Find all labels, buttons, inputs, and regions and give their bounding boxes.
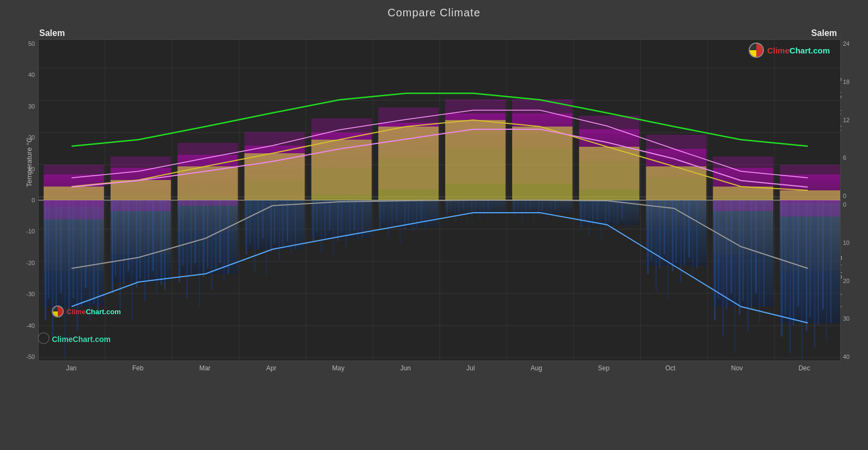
svg-rect-77 [278, 200, 280, 260]
svg-rect-131 [546, 200, 548, 219]
svg-rect-125 [521, 200, 523, 222]
svg-rect-225 [378, 127, 439, 200]
svg-rect-111 [450, 200, 451, 211]
logo-text-top: ClimeChart.com [767, 46, 830, 55]
svg-rect-144 [613, 200, 615, 230]
x-label-apr: Apr [266, 364, 277, 372]
x-label-jul: Jul [466, 364, 475, 372]
svg-rect-103 [404, 200, 406, 230]
svg-rect-220 [44, 187, 104, 200]
svg-rect-112 [454, 200, 456, 222]
svg-rect-117 [475, 200, 476, 212]
logo-icon-top [749, 43, 764, 58]
svg-rect-231 [780, 190, 840, 200]
y-axis-left-label: Temperature °C [25, 137, 33, 187]
svg-rect-114 [463, 200, 464, 210]
x-label-dec: Dec [798, 364, 810, 372]
svg-rect-132 [550, 200, 551, 214]
x-label-nov: Nov [731, 364, 743, 372]
svg-rect-91 [345, 200, 347, 247]
svg-rect-130 [542, 200, 543, 212]
svg-rect-89 [337, 200, 339, 241]
svg-rect-104 [408, 200, 409, 225]
svg-rect-136 [580, 200, 582, 227]
svg-rect-141 [600, 200, 602, 241]
svg-rect-193 [646, 200, 707, 227]
svg-rect-97 [379, 200, 381, 230]
svg-rect-87 [329, 200, 331, 230]
salem-label-left: Salem [39, 28, 65, 38]
svg-rect-139 [592, 200, 593, 225]
x-label-jan: Jan [66, 364, 76, 372]
svg-rect-86 [325, 200, 326, 238]
svg-rect-99 [387, 200, 389, 238]
main-container: Compare Climate Salem Salem ClimeChart.c… [0, 0, 868, 450]
svg-rect-101 [396, 200, 397, 222]
svg-rect-70 [250, 200, 251, 244]
y-axis-right-top: 24 18 12 6 0 [841, 39, 868, 200]
svg-rect-73 [262, 200, 264, 238]
svg-rect-79 [287, 200, 288, 241]
svg-rect-227 [512, 127, 573, 200]
y-axis-right-bottom: 0 10 20 30 40 [841, 200, 868, 361]
svg-rect-94 [357, 200, 359, 241]
svg-rect-81 [295, 200, 296, 249]
svg-rect-126 [525, 200, 526, 214]
x-label-oct: Oct [665, 364, 676, 372]
svg-rect-145 [617, 200, 618, 225]
svg-rect-221 [111, 180, 171, 200]
svg-rect-133 [554, 200, 556, 210]
svg-rect-142 [605, 200, 606, 227]
svg-rect-74 [266, 200, 267, 277]
svg-rect-110 [446, 200, 448, 215]
svg-rect-75 [270, 200, 272, 252]
svg-rect-83 [312, 200, 314, 241]
svg-rect-102 [400, 200, 401, 244]
svg-rect-84 [316, 200, 317, 233]
svg-rect-92 [349, 200, 350, 236]
x-label-jun: Jun [400, 364, 410, 372]
svg-rect-124 [517, 200, 518, 211]
x-axis: Jan Feb Mar Apr May Jun Jul Aug Sep Oct … [38, 364, 838, 372]
svg-rect-230 [713, 187, 773, 200]
svg-rect-90 [341, 200, 342, 233]
svg-rect-80 [290, 200, 292, 255]
logo-text-bottom-left: ClimeChart.com [66, 308, 121, 316]
svg-rect-140 [597, 200, 598, 219]
svg-rect-134 [558, 200, 559, 217]
svg-rect-138 [588, 200, 590, 236]
x-label-aug: Aug [531, 364, 542, 372]
svg-rect-113 [458, 200, 459, 214]
y-axis-left: 50 40 30 20 10 0 -10 -20 -30 -40 -50 [0, 39, 37, 361]
x-label-may: May [332, 364, 345, 372]
svg-rect-72 [258, 200, 259, 249]
svg-rect-108 [424, 200, 426, 230]
x-label-sep: Sep [598, 364, 609, 372]
logo-top: ClimeChart.com [749, 43, 830, 58]
svg-rect-223 [245, 153, 305, 200]
salem-label-right: Salem [811, 28, 837, 38]
svg-rect-121 [491, 200, 493, 217]
svg-rect-137 [584, 200, 585, 221]
svg-rect-78 [282, 200, 283, 247]
chart-title: Compare Climate [0, 0, 868, 19]
svg-rect-88 [333, 200, 334, 257]
svg-rect-98 [383, 200, 384, 222]
svg-rect-76 [274, 200, 275, 244]
svg-rect-93 [354, 200, 355, 230]
svg-rect-118 [479, 200, 481, 219]
svg-rect-127 [530, 200, 531, 210]
chart-svg: ClimeChart.com [38, 39, 841, 361]
svg-text:ClimeChart.com: ClimeChart.com [52, 335, 111, 344]
svg-rect-69 [246, 200, 247, 255]
logo-icon-bottom-left [52, 305, 64, 317]
svg-rect-143 [609, 200, 610, 222]
svg-rect-71 [254, 200, 256, 271]
svg-rect-229 [646, 166, 707, 200]
x-label-mar: Mar [199, 364, 211, 372]
svg-rect-228 [579, 147, 640, 200]
svg-rect-120 [488, 200, 489, 210]
svg-rect-105 [412, 200, 414, 233]
logo-bottom-left: ClimeChart.com [52, 305, 121, 317]
svg-rect-107 [421, 200, 422, 222]
